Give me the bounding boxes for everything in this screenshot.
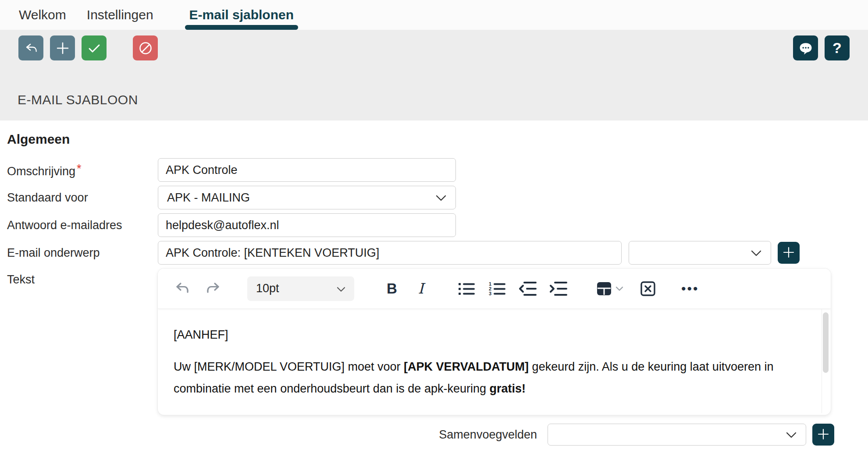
remove-table-button[interactable]	[639, 280, 657, 297]
table-menu-chevron[interactable]	[615, 286, 623, 291]
back-icon	[23, 40, 39, 56]
row-email-onderwerp: E-mail onderwerp	[7, 241, 868, 265]
chat-button[interactable]	[793, 35, 818, 60]
page-title: E-MAIL SJABLOON	[18, 92, 138, 107]
row-omschrijving: Omschrijving*	[7, 158, 868, 182]
row-antwoord-emailadres: Antwoord e-mailadres	[7, 213, 868, 237]
undo-button[interactable]	[173, 279, 192, 298]
tab-instellingen[interactable]: Instellingen	[87, 0, 153, 30]
checkmark-icon	[87, 41, 102, 56]
table-icon	[595, 280, 613, 297]
editor-scrollbar-thumb[interactable]	[823, 312, 829, 373]
help-button[interactable]: ?	[825, 35, 850, 60]
indent-icon	[549, 279, 568, 298]
tekst-label: Tekst	[7, 269, 158, 287]
bullet-list-button[interactable]	[457, 279, 476, 298]
add-button[interactable]	[50, 35, 75, 60]
chevron-down-icon	[337, 282, 345, 295]
bullet-list-icon	[457, 279, 476, 298]
required-asterisk: *	[77, 162, 82, 175]
chevron-down-icon	[435, 191, 447, 205]
more-toolbar-button[interactable]: •••	[681, 281, 699, 296]
cancel-button[interactable]	[133, 35, 158, 60]
header-band: ? E-MAIL SJABLOON	[0, 30, 868, 120]
italic-button[interactable]: I	[411, 279, 430, 298]
chevron-down-icon	[786, 428, 797, 442]
editor-paragraph: [AANHEF]	[174, 324, 804, 346]
form-area: Algemeen Omschrijving* Standaard voor AP…	[0, 132, 868, 446]
x-box-icon	[639, 280, 657, 297]
editor-paragraph: Uw [MERK/MODEL VOERTUIG] moet voor [APK …	[174, 356, 796, 400]
tab-email-sjablonen[interactable]: E-mail sjablonen	[189, 0, 294, 30]
antwoord-emailadres-input[interactable]	[158, 213, 456, 237]
undo-icon	[173, 279, 192, 298]
plus-icon	[782, 246, 795, 260]
circle-slash-icon	[138, 40, 153, 56]
tab-welkom[interactable]: Welkom	[19, 0, 66, 30]
rich-text-editor: 10pt B I	[158, 269, 831, 415]
standaard-voor-label: Standaard voor	[7, 191, 158, 205]
font-size-value: 10pt	[256, 282, 279, 295]
question-mark-icon: ?	[832, 39, 842, 57]
numbered-list-button[interactable]: 1 2 3	[487, 279, 507, 298]
indent-button[interactable]	[549, 279, 568, 298]
bold-button[interactable]: B	[382, 279, 402, 298]
bold-text: gratis!	[489, 382, 526, 395]
omschrijving-label: Omschrijving*	[7, 162, 158, 178]
numbered-list-icon: 1 2 3	[487, 279, 507, 298]
samenvoegvelden-add-button[interactable]	[812, 424, 834, 446]
email-onderwerp-input[interactable]	[158, 241, 622, 265]
merge-token-bold: [APK VERVALDATUM]	[404, 360, 529, 373]
chevron-down-icon	[751, 246, 762, 260]
section-title-algemeen: Algemeen	[7, 132, 868, 147]
action-toolbar: ?	[0, 30, 868, 60]
row-samenvoegvelden: Samenvoegvelden	[7, 424, 834, 446]
editor-content[interactable]: [AANHEF] Uw [MERK/MODEL VOERTUIG] moet v…	[158, 309, 831, 415]
outdent-button[interactable]	[518, 279, 537, 298]
samenvoegvelden-label: Samenvoegvelden	[439, 428, 537, 442]
font-size-select[interactable]: 10pt	[247, 276, 354, 301]
onderwerp-merge-add-button[interactable]	[778, 242, 800, 264]
omschrijving-input[interactable]	[158, 158, 456, 182]
row-standaard-voor: Standaard voor APK - MAILING	[7, 186, 868, 209]
email-onderwerp-label: E-mail onderwerp	[7, 246, 158, 260]
editor-scrollbar-track[interactable]	[822, 309, 829, 413]
chevron-down-icon	[615, 286, 623, 291]
plus-icon	[817, 428, 830, 442]
standaard-voor-value: APK - MAILING	[167, 191, 250, 205]
row-tekst: Tekst	[7, 269, 868, 415]
top-tab-bar: Welkom Instellingen E-mail sjablonen	[0, 0, 868, 30]
back-button[interactable]	[18, 35, 43, 60]
editor-toolbar: 10pt B I	[158, 269, 831, 309]
standaard-voor-select[interactable]: APK - MAILING	[158, 186, 456, 209]
speech-bubble-icon	[798, 40, 814, 56]
plus-icon	[55, 41, 70, 56]
svg-text:3: 3	[489, 291, 491, 296]
antwoord-emailadres-label: Antwoord e-mailadres	[7, 219, 158, 232]
samenvoegvelden-select[interactable]	[548, 424, 806, 446]
redo-button[interactable]	[203, 279, 223, 298]
redo-icon	[203, 279, 223, 298]
table-button[interactable]	[595, 280, 613, 297]
onderwerp-merge-select[interactable]	[629, 241, 771, 265]
save-button[interactable]	[82, 35, 107, 60]
outdent-icon	[518, 279, 537, 298]
